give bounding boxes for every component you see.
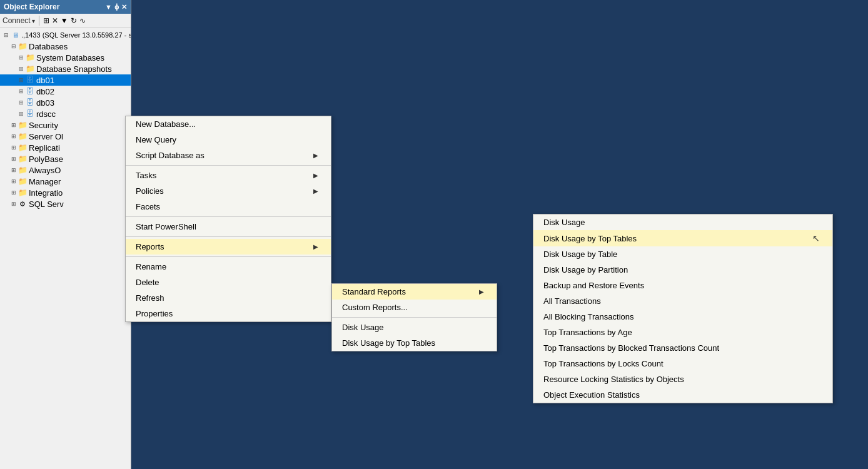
context-menu: New Database... New Query Script Databas… xyxy=(125,116,331,322)
menu-reports-label: Reports xyxy=(136,242,164,251)
dock-icon[interactable]: ɸ xyxy=(114,3,119,11)
disk-usage-table-label: Disk Usage by Table xyxy=(543,250,617,259)
menu-facets[interactable]: Facets xyxy=(126,199,331,214)
db02-icon: 🗄 xyxy=(25,86,35,96)
menu-script-database-label: Script Database as xyxy=(136,151,204,160)
integration-node[interactable]: ⊞ 📁 Integratio xyxy=(0,187,131,198)
policies-arrow: ▶ xyxy=(313,188,318,194)
security-label: Security xyxy=(29,121,58,130)
db-snapshots-node[interactable]: ⊞ 📁 Database Snapshots xyxy=(0,63,131,74)
security-node[interactable]: ⊞ 📁 Security xyxy=(0,119,131,131)
menu-top-by-age[interactable]: Top Transactions by Age xyxy=(533,325,832,340)
replication-label: Replicati xyxy=(29,143,60,153)
menu-tasks-label: Tasks xyxy=(136,171,156,180)
db03-icon: 🗄 xyxy=(25,98,35,108)
server-node[interactable]: ⊟ 🖥 .,1433 (SQL Server 13.0.5598.27 - sd… xyxy=(0,29,131,41)
menu-new-query-label: New Query xyxy=(136,135,176,144)
menu-start-powershell[interactable]: Start PowerShell xyxy=(126,219,331,234)
server-icon: 🖥 xyxy=(10,30,20,40)
snap-expand: ⊞ xyxy=(18,65,25,73)
disk-usage-top-sub-label: Disk Usage by Top Tables xyxy=(342,338,435,348)
menu-rename-label: Rename xyxy=(136,262,166,271)
server-expand-icon: ⊟ xyxy=(3,31,10,39)
disk-usage-top-label: Disk Usage by Top Tables xyxy=(543,234,637,243)
replication-node[interactable]: ⊞ 📁 Replicati xyxy=(0,142,131,153)
titlebar-icons: ▼ ɸ ✕ xyxy=(105,3,127,11)
db02-expand: ⊞ xyxy=(18,88,25,95)
sub1-sep xyxy=(332,317,497,318)
sep1 xyxy=(126,165,331,166)
pin-icon[interactable]: ▼ xyxy=(105,3,112,11)
server-obj-expand: ⊞ xyxy=(10,133,18,140)
menu-disk-usage-top[interactable]: Disk Usage by Top Tables ↖ xyxy=(533,230,832,246)
integration-icon: 📁 xyxy=(18,188,28,198)
menu-properties[interactable]: Properties xyxy=(126,306,331,321)
alwayson-node[interactable]: ⊞ 📁 AlwaysO xyxy=(0,164,131,176)
resource-locking-label: Resource Locking Statistics by Objects xyxy=(543,375,684,384)
alwayson-expand: ⊞ xyxy=(10,166,18,174)
connect-button[interactable]: Connect xyxy=(3,16,35,25)
security-expand: ⊞ xyxy=(10,121,18,129)
polybase-node[interactable]: ⊞ 📁 PolyBase xyxy=(0,153,131,164)
menu-tasks[interactable]: Tasks ▶ xyxy=(126,168,331,183)
object-explorer: Object Explorer ▼ ɸ ✕ Connect ⊞ ✕ ▼ ↻ ∿ … xyxy=(0,0,131,469)
db01-node[interactable]: ⊞ 🗄 db01 xyxy=(0,74,131,86)
rdscc-node[interactable]: ⊞ 🗄 rdscc xyxy=(0,108,131,119)
register-icon[interactable]: ⊞ xyxy=(43,16,49,25)
management-node[interactable]: ⊞ 📁 Manager xyxy=(0,176,131,187)
menu-new-database[interactable]: New Database... xyxy=(126,116,331,132)
refresh-toolbar-icon[interactable]: ↻ xyxy=(71,16,77,25)
alwayson-label: AlwaysO xyxy=(29,166,61,175)
menu-disk-usage[interactable]: Disk Usage xyxy=(533,214,832,230)
menu-top-by-locks[interactable]: Top Transactions by Locks Count xyxy=(533,356,832,371)
menu-delete[interactable]: Delete xyxy=(126,275,331,290)
filter-icon[interactable]: ▼ xyxy=(61,16,68,25)
reports-arrow: ▶ xyxy=(313,243,318,250)
menu-disk-usage-sub[interactable]: Disk Usage xyxy=(332,320,497,335)
close-icon[interactable]: ✕ xyxy=(121,3,127,11)
menu-script-database[interactable]: Script Database as ▶ xyxy=(126,148,331,163)
menu-top-by-blocked[interactable]: Top Transactions by Blocked Transactions… xyxy=(533,340,832,356)
menu-policies[interactable]: Policies ▶ xyxy=(126,183,331,199)
disconnect-icon[interactable]: ✕ xyxy=(52,16,58,25)
menu-powershell-label: Start PowerShell xyxy=(136,222,196,231)
menu-reports[interactable]: Reports ▶ xyxy=(126,239,331,255)
disk-usage-label: Disk Usage xyxy=(543,218,585,227)
rdscc-label: rdscc xyxy=(36,109,56,119)
menu-refresh[interactable]: Refresh xyxy=(126,290,331,306)
summary-icon[interactable]: ∿ xyxy=(79,16,86,25)
databases-folder-icon: 📁 xyxy=(18,41,28,51)
system-databases-node[interactable]: ⊞ 📁 System Databases xyxy=(0,52,131,63)
db03-node[interactable]: ⊞ 🗄 db03 xyxy=(0,97,131,108)
replication-expand: ⊞ xyxy=(10,144,18,151)
databases-node[interactable]: ⊟ 📁 Databases xyxy=(0,41,131,52)
menu-disk-usage-partition[interactable]: Disk Usage by Partition xyxy=(533,262,832,278)
sql-agent-icon: ⚙ xyxy=(18,199,28,209)
menu-resource-locking[interactable]: Resource Locking Statistics by Objects xyxy=(533,371,832,387)
db03-label: db03 xyxy=(36,98,54,108)
tasks-arrow: ▶ xyxy=(313,172,318,179)
reports-submenu: Standard Reports ▶ Custom Reports... Dis… xyxy=(331,283,497,351)
management-icon: 📁 xyxy=(18,176,28,186)
menu-all-blocking[interactable]: All Blocking Transactions xyxy=(533,309,832,325)
sep3 xyxy=(126,236,331,237)
menu-custom-reports[interactable]: Custom Reports... xyxy=(332,300,497,315)
menu-disk-usage-top-sub[interactable]: Disk Usage by Top Tables xyxy=(332,335,497,351)
cursor-indicator: ↖ xyxy=(812,233,820,243)
snap-label: Database Snapshots xyxy=(36,64,112,74)
menu-standard-reports[interactable]: Standard Reports ▶ xyxy=(332,284,497,300)
management-label: Manager xyxy=(29,177,61,186)
menu-new-query[interactable]: New Query xyxy=(126,132,331,148)
db02-node[interactable]: ⊞ 🗄 db02 xyxy=(0,86,131,97)
menu-properties-label: Properties xyxy=(136,309,173,318)
menu-object-exec[interactable]: Object Execution Statistics xyxy=(533,387,832,403)
menu-rename[interactable]: Rename xyxy=(126,259,331,275)
alwayson-icon: 📁 xyxy=(18,165,28,175)
menu-all-transactions[interactable]: All Transactions xyxy=(533,293,832,309)
sql-agent-node[interactable]: ⊞ ⚙ SQL Serv xyxy=(0,198,131,209)
menu-backup-restore[interactable]: Backup and Restore Events xyxy=(533,278,832,293)
menu-disk-usage-table[interactable]: Disk Usage by Table xyxy=(533,246,832,262)
server-objects-node[interactable]: ⊞ 📁 Server Ol xyxy=(0,131,131,142)
server-obj-label: Server Ol xyxy=(29,132,63,141)
disk-usage-sub-label: Disk Usage xyxy=(342,323,383,332)
